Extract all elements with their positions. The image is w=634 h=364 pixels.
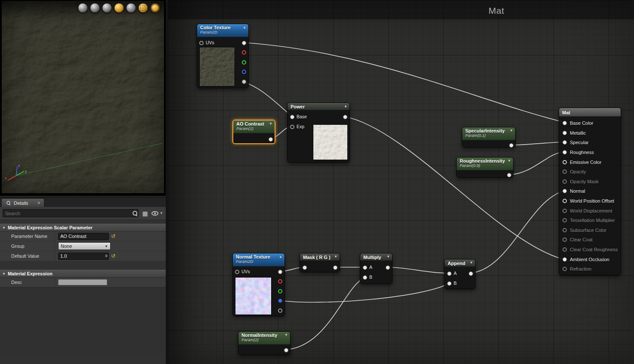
node-mat-result[interactable]: Mat Base Color Metallic Specular Roughn (559, 108, 621, 275)
mat-pin-subsurface-color[interactable]: Subsurface Color (559, 225, 621, 235)
pin-rgb-output[interactable] (278, 270, 282, 274)
mat-pin-base-color[interactable]: Base Color (559, 118, 621, 128)
pin-b-output[interactable] (278, 299, 282, 303)
spinner-arrows-icon[interactable] (105, 254, 108, 257)
group-dropdown[interactable]: None ▼ (58, 242, 111, 250)
pin-output[interactable] (333, 265, 337, 270)
pin-r-output[interactable] (278, 279, 282, 284)
desc-field[interactable] (58, 279, 107, 285)
node-color-texture[interactable]: Color Texture Param2D ▲ UVs (197, 24, 249, 88)
collapse-arrow-icon[interactable]: ▼ (510, 129, 513, 133)
collapse-arrow-icon[interactable]: ▼ (334, 255, 337, 259)
pin-a-input[interactable] (363, 265, 367, 270)
mat-pin-roughness[interactable]: Roughness (559, 148, 621, 157)
pin-output[interactable] (469, 271, 473, 276)
preview-grid-toggle-icon[interactable] (138, 3, 148, 13)
pin-a-input[interactable] (447, 271, 452, 276)
pin-rgb-output[interactable] (242, 41, 246, 45)
wire[interactable] (510, 142, 564, 145)
collapse-arrow-icon[interactable]: ▼ (470, 261, 473, 265)
node-roughness-intensity[interactable]: RoughnessIntensity Param(0.9) ▼ (456, 157, 513, 178)
tab-details[interactable]: Details × (1, 198, 44, 207)
mat-pin-refraction[interactable]: Refraction (559, 264, 621, 274)
reset-to-default-icon[interactable]: ↺ (111, 253, 115, 259)
preview-shape-plane-icon[interactable] (102, 3, 112, 13)
pin-b-input[interactable] (363, 275, 367, 280)
pin-a-output[interactable] (278, 308, 282, 313)
pin-input[interactable] (303, 265, 307, 270)
reset-to-default-icon[interactable]: ↺ (111, 234, 115, 239)
pin-g-output[interactable] (278, 289, 282, 293)
collapse-arrow-icon[interactable]: ▲ (279, 255, 282, 259)
viewport-gizmo-overlay: x y z (0, 0, 166, 196)
mat-pin-world-position-offset[interactable]: World Position Offset (559, 196, 621, 206)
node-mask-rg[interactable]: Mask ( R G ) ▼ (300, 253, 340, 272)
mat-pin-opacity[interactable]: Opacity (559, 167, 621, 177)
node-normal-texture[interactable]: Normal Texture Param2D ▲ UVs (232, 253, 285, 316)
collapse-arrow-icon[interactable]: ▲ (344, 104, 347, 108)
node-append[interactable]: Append ▼ A B (444, 259, 476, 289)
wire[interactable] (387, 267, 449, 273)
node-normal-intensity[interactable]: NormalIntensity Param(2) ▼ (238, 331, 291, 355)
pin-output[interactable] (507, 173, 511, 177)
node-power[interactable]: Power ▲ Base Exp (287, 102, 350, 163)
pin-b-input[interactable] (447, 281, 452, 286)
wire[interactable] (345, 117, 564, 259)
close-icon[interactable]: × (37, 201, 40, 205)
wire[interactable] (509, 151, 564, 175)
wire[interactable] (279, 283, 449, 302)
preview-shape-cube-icon[interactable] (114, 3, 124, 13)
preview-realtime-toggle-icon[interactable] (150, 3, 160, 13)
pin-output[interactable] (386, 265, 390, 270)
search-input[interactable] (3, 211, 132, 216)
collapse-arrow-icon[interactable]: ▼ (285, 333, 288, 337)
mat-pin-opacity-mask[interactable]: Opacity Mask (559, 177, 621, 187)
pin-output[interactable] (284, 348, 288, 352)
details-tab-icon (6, 201, 11, 206)
pin-base-input[interactable] (290, 115, 294, 119)
wire[interactable] (284, 277, 365, 350)
pin-uvs-input[interactable] (199, 41, 204, 45)
pin-output[interactable] (269, 137, 273, 142)
axis-x-label: x (5, 176, 7, 180)
mat-pin-world-displacement[interactable]: World Displacement (559, 206, 621, 216)
mat-pin-emissive-color[interactable]: Emissive Color (559, 157, 621, 167)
pin-b-output[interactable] (242, 70, 246, 74)
node-specular-intensity[interactable]: SpecularIntensity Param(0.1) ▼ (462, 127, 516, 148)
preview-shape-teapot-icon[interactable] (126, 3, 136, 13)
collapse-arrow-icon[interactable]: ▼ (507, 159, 511, 163)
mat-pin-specular[interactable]: Specular (559, 138, 621, 148)
mat-pin-tessellation-multiplier[interactable]: Tessellation Multiplier (559, 216, 621, 225)
preview-shape-sphere-icon[interactable] (90, 3, 100, 13)
view-options-grid-icon[interactable]: ▦ (141, 210, 149, 217)
material-preview-viewport[interactable]: x y z (0, 0, 166, 196)
collapse-arrow-icon[interactable]: ▼ (269, 122, 272, 126)
visibility-filter-button[interactable]: ▼ (152, 211, 163, 216)
pin-r-output[interactable] (242, 50, 246, 55)
parameter-name-field[interactable] (58, 233, 109, 240)
pin-exp-input[interactable] (290, 125, 294, 129)
pin-output[interactable] (343, 115, 347, 119)
node-ao-contrast[interactable]: AO Contrast Param(1) ▼ (232, 120, 275, 144)
pin-a-output[interactable] (242, 80, 246, 84)
mat-pin-normal[interactable]: Normal (559, 186, 621, 196)
mat-pin-clear-coat-roughness[interactable]: Clear Coat Roughness (559, 245, 621, 255)
category-material-expression[interactable]: ▼ Material Expression (0, 270, 166, 278)
pin-uvs-input[interactable] (235, 270, 239, 274)
category-scalar-parameter[interactable]: ▼ Material Expression Scalar Parameter (0, 224, 166, 231)
mat-pin-clear-coat[interactable]: Clear Coat (559, 235, 621, 245)
collapse-arrow-icon[interactable]: ▼ (387, 255, 390, 259)
preview-shape-cylinder-icon[interactable] (78, 3, 88, 13)
search-icon[interactable] (132, 210, 138, 216)
pin-output[interactable] (509, 143, 513, 148)
pin-g-output[interactable] (242, 60, 246, 65)
graph-canvas[interactable]: Mat Color Texture Param2D ▲ UVs (168, 0, 634, 364)
collapse-arrow-icon[interactable]: ▲ (243, 25, 246, 29)
mat-pin-metallic[interactable]: Metallic (559, 128, 621, 138)
default-value-field[interactable] (58, 253, 109, 260)
mat-pin-ambient-occlusion[interactable]: Ambient Occlusion (559, 254, 621, 264)
wire[interactable] (243, 82, 292, 117)
node-multiply[interactable]: Multiply ▼ A B (360, 253, 393, 284)
wire[interactable] (470, 191, 564, 273)
pin-icon (563, 140, 567, 145)
